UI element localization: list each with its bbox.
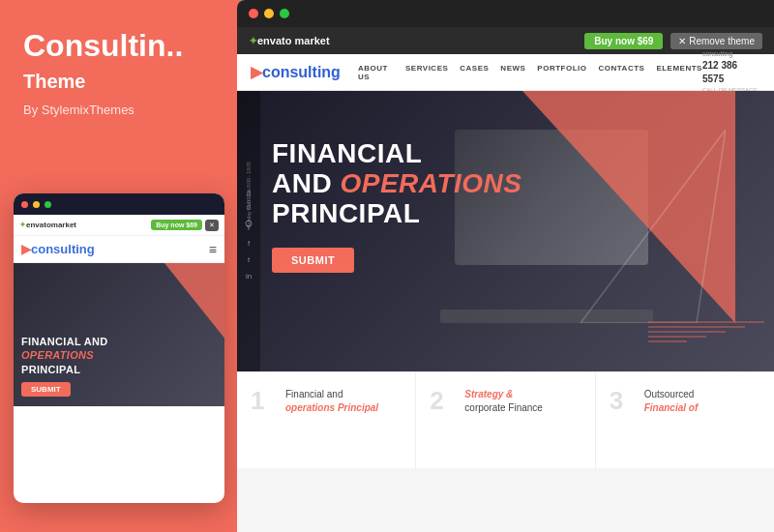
mobile-nav: ▶consulting ≡ <box>14 236 224 263</box>
mobile-remove-button[interactable]: ✕ <box>205 220 219 231</box>
nav-items: ABOUT US SERVICES CASES NEWS PORTFOLIO C… <box>358 64 702 81</box>
mobile-hero-text: FINANCIAL AND operations PRINCIPAL SUBMI… <box>21 335 217 397</box>
mobile-logo: ▶consulting <box>21 242 95 256</box>
nav-phone-label: consulting <box>702 49 760 59</box>
desktop-envato-logo: ✦envato market <box>249 35 330 47</box>
theme-subtitle: Theme <box>23 71 217 93</box>
hero-heading: FINANCIAL AND operations PRINCIPAL <box>272 139 580 228</box>
desktop-mockup: ✦envato market Buy now $69 ✕ Remove them… <box>237 0 774 532</box>
mobile-logo-accent: ▶ <box>21 242 31 256</box>
theme-title: Consultin.. <box>23 29 217 63</box>
desktop-site-logo: ▶consulting <box>251 63 341 81</box>
theme-author: By StylemixThemes <box>23 103 217 117</box>
card-3: 3 Outsourced Financial of <box>596 372 774 468</box>
desktop-dot-green <box>280 9 289 18</box>
mobile-mockup: ✦envatomarket Buy now $69 ✕ ▶consulting … <box>14 193 224 503</box>
nav-elements[interactable]: ELEMENTS <box>656 64 702 81</box>
card-2-number: 2 <box>430 388 453 413</box>
mobile-buy-button[interactable]: Buy now $69 <box>151 220 202 230</box>
nav-phone-block: consulting 212 386 5575 CALL OR MESSAGE <box>702 49 760 94</box>
nav-news[interactable]: NEWS <box>500 64 525 81</box>
nav-phone-number: 212 386 5575 <box>702 59 760 86</box>
card-1-number: 1 <box>251 388 274 413</box>
mobile-envato-logo: ✦envatomarket <box>19 221 76 229</box>
hero-submit-button[interactable]: SUBMIT <box>272 248 354 273</box>
social-facebook[interactable]: f <box>248 239 250 248</box>
nav-cases[interactable]: CASES <box>460 64 489 81</box>
card-3-number: 3 <box>610 388 633 413</box>
hero-side-info: Mon - Sat 8:00 - 18:00 Sunday CLOSED f t… <box>237 91 260 371</box>
bottom-cards: 1 Financial and operations Principal 2 S… <box>237 371 774 468</box>
hero-content: FINANCIAL AND operations PRINCIPAL SUBMI… <box>272 139 580 273</box>
mobile-envato-bar: ✦envatomarket Buy now $69 ✕ <box>14 215 224 236</box>
mobile-dot-red <box>21 201 28 208</box>
nav-services[interactable]: SERVICES <box>405 64 448 81</box>
desktop-dot-red <box>249 9 258 18</box>
nav-contacts[interactable]: CONTACTS <box>599 64 645 81</box>
left-panel: Consultin.. Theme By StylemixThemes ✦env… <box>0 0 240 532</box>
card-3-text: Outsourced Financial of <box>644 388 699 415</box>
social-twitter[interactable]: t <box>248 255 250 264</box>
side-text-sunday: Sunday CLOSED <box>246 190 252 227</box>
desktop-remove-button[interactable]: ✕ Remove theme <box>670 33 762 49</box>
card-2-text: Strategy & corporate Finance <box>464 388 543 415</box>
desktop-dot-yellow <box>264 9 274 18</box>
stripe-lines <box>648 321 764 342</box>
svg-marker-2 <box>580 130 726 323</box>
nav-portfolio[interactable]: PORTFOLIO <box>537 64 586 81</box>
desktop-top-bar <box>237 0 774 27</box>
mobile-top-bar <box>14 193 224 215</box>
desktop-buy-button[interactable]: Buy now $69 <box>584 33 663 49</box>
nav-about[interactable]: ABOUT US <box>358 64 394 81</box>
card-2: 2 Strategy & corporate Finance <box>416 372 595 468</box>
desktop-envato-bar: ✦envato market Buy now $69 ✕ Remove them… <box>237 27 774 54</box>
desktop-hero: Mon - Sat 8:00 - 18:00 Sunday CLOSED f t… <box>237 91 774 371</box>
site-nav-right: consulting 212 386 5575 CALL OR MESSAGE <box>702 49 760 94</box>
desktop-envato-right: Buy now $69 ✕ Remove theme <box>584 33 762 49</box>
site-nav: ▶consulting ABOUT US SERVICES CASES NEWS… <box>237 54 774 91</box>
card-1-text: Financial and operations Principal <box>285 388 378 415</box>
site-nav-left: ▶consulting ABOUT US SERVICES CASES NEWS… <box>251 63 702 81</box>
card-1: 1 Financial and operations Principal <box>237 372 416 468</box>
mobile-hero: FINANCIAL AND operations PRINCIPAL SUBMI… <box>14 263 224 406</box>
mobile-hero-heading: FINANCIAL AND operations PRINCIPAL <box>21 335 217 376</box>
mobile-dot-green <box>45 201 51 208</box>
mobile-submit-button[interactable]: SUBMIT <box>21 382 71 397</box>
mobile-dot-yellow <box>33 201 40 208</box>
hamburger-icon[interactable]: ≡ <box>209 242 217 257</box>
logo-accent-icon: ▶ <box>251 64 262 80</box>
social-instagram[interactable]: in <box>246 272 252 281</box>
